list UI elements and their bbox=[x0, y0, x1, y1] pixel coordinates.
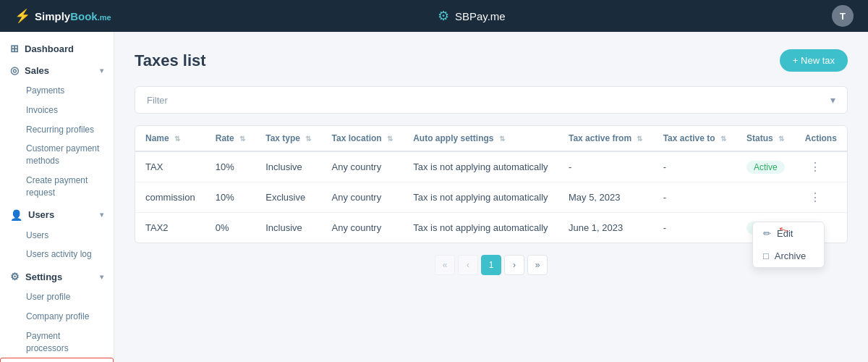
filter-chevron-icon: ▾ bbox=[830, 94, 835, 106]
sort-type-icon[interactable]: ⇅ bbox=[305, 135, 311, 143]
sidebar-sales-label: Sales bbox=[25, 65, 49, 76]
row2-action-menu[interactable]: ⋮ bbox=[805, 190, 825, 205]
cell-active-from: - bbox=[558, 151, 653, 182]
brand-icon: ⚡ bbox=[14, 8, 30, 24]
sort-rate-icon[interactable]: ⇅ bbox=[239, 135, 245, 143]
filter-label: Filter bbox=[147, 95, 168, 106]
pagination: « ‹ 1 › » bbox=[135, 255, 848, 281]
cell-location: Any country bbox=[322, 213, 404, 243]
sidebar-item-dashboard[interactable]: ⊞ Dashboard bbox=[0, 38, 114, 59]
page-title: Taxes list bbox=[135, 51, 206, 70]
filter-bar[interactable]: Filter ▾ bbox=[135, 86, 848, 114]
pagination-current[interactable]: 1 bbox=[481, 255, 501, 275]
pagination-last[interactable]: » bbox=[527, 255, 548, 275]
navbar: ⚡ SimplyBook.me ⚙ SBPay.me T bbox=[0, 0, 868, 32]
user-avatar[interactable]: T bbox=[832, 5, 854, 27]
sidebar-item-invoices[interactable]: Invoices bbox=[0, 101, 114, 120]
sidebar-item-company-profile[interactable]: Company profile bbox=[0, 307, 114, 327]
sidebar-section-users: 👤 Users ▾ Users Users activity log bbox=[0, 204, 114, 265]
table-row: TAX 10% Inclusive Any country Tax is not… bbox=[135, 151, 847, 182]
cell-status bbox=[736, 182, 795, 213]
sidebar-sales-header[interactable]: ◎ Sales ▾ bbox=[0, 59, 114, 81]
sidebar-users-header[interactable]: 👤 Users ▾ bbox=[0, 204, 114, 226]
sort-status-icon[interactable]: ⇅ bbox=[778, 135, 784, 143]
cell-active-to: - bbox=[653, 151, 736, 182]
cell-type: Inclusive bbox=[255, 151, 321, 182]
brand-text: SimplyBook.me bbox=[35, 10, 111, 22]
cell-rate: 0% bbox=[205, 213, 255, 243]
cell-name: commission bbox=[135, 182, 205, 213]
sbpay-icon: ⚙ bbox=[438, 8, 449, 24]
cell-location: Any country bbox=[322, 151, 404, 182]
sidebar: ⊞ Dashboard ◎ Sales ▾ Payments Invoices … bbox=[0, 32, 114, 362]
table-row: TAX2 0% Inclusive Any country Tax is not… bbox=[135, 213, 847, 243]
sidebar-users-label: Users bbox=[28, 209, 54, 220]
taxes-table: Name ⇅ Rate ⇅ Tax type ⇅ Tax location ⇅ … bbox=[135, 125, 848, 243]
col-location: Tax location ⇅ bbox=[322, 126, 404, 151]
cell-type: Exclusive bbox=[255, 182, 321, 213]
cell-rate: 10% bbox=[205, 182, 255, 213]
brand-logo[interactable]: ⚡ SimplyBook.me bbox=[14, 8, 111, 24]
page-header: Taxes list + New tax bbox=[135, 49, 848, 72]
sidebar-item-users[interactable]: Users bbox=[0, 226, 114, 245]
sidebar-item-user-profile[interactable]: User profile bbox=[0, 287, 114, 307]
users-chevron-icon: ▾ bbox=[100, 211, 103, 219]
sidebar-item-users-activity-log[interactable]: Users activity log bbox=[0, 245, 114, 264]
cell-active-from: May 5, 2023 bbox=[558, 182, 653, 213]
center-logo: ⚙ SBPay.me bbox=[438, 8, 506, 24]
sidebar-section-settings: ⚙ Settings ▾ User profile Company profil… bbox=[0, 266, 114, 362]
sort-name-icon[interactable]: ⇅ bbox=[174, 135, 180, 143]
cell-location: Any country bbox=[322, 182, 404, 213]
sort-to-icon[interactable]: ⇅ bbox=[720, 135, 726, 143]
dashboard-icon: ⊞ bbox=[10, 43, 19, 54]
col-name: Name ⇅ bbox=[135, 126, 205, 151]
col-active-to: Tax active to ⇅ bbox=[653, 126, 736, 151]
sort-from-icon[interactable]: ⇅ bbox=[637, 135, 642, 143]
sidebar-section-sales: ◎ Sales ▾ Payments Invoices Recurring pr… bbox=[0, 59, 114, 203]
archive-label: Archive bbox=[775, 251, 806, 261]
pagination-first[interactable]: « bbox=[435, 255, 455, 275]
new-tax-button[interactable]: + New tax bbox=[780, 49, 848, 72]
sidebar-item-customer-payment-methods[interactable]: Customer payment methods bbox=[0, 139, 114, 171]
sidebar-item-create-payment-request[interactable]: Create payment request bbox=[0, 171, 114, 203]
sidebar-dashboard-label: Dashboard bbox=[25, 43, 74, 54]
pagination-prev[interactable]: ‹ bbox=[458, 255, 478, 275]
cell-actions[interactable]: ⋮ bbox=[795, 182, 847, 213]
sidebar-item-taxes[interactable]: Taxes bbox=[0, 358, 114, 362]
table-header-row: Name ⇅ Rate ⇅ Tax type ⇅ Tax location ⇅ … bbox=[135, 126, 847, 151]
sort-auto-icon[interactable]: ⇅ bbox=[499, 135, 505, 143]
settings-icon: ⚙ bbox=[10, 271, 20, 282]
sidebar-settings-label: Settings bbox=[25, 272, 62, 282]
sort-location-icon[interactable]: ⇅ bbox=[387, 135, 393, 143]
cell-actions[interactable]: ⋮ bbox=[795, 151, 847, 182]
col-rate: Rate ⇅ bbox=[205, 126, 255, 151]
sidebar-item-payment-processors[interactable]: Payment processors bbox=[0, 327, 114, 358]
sidebar-item-recurring-profiles[interactable]: Recurring profiles bbox=[0, 120, 114, 140]
main-content: Taxes list + New tax Filter ▾ Name ⇅ Rat… bbox=[114, 32, 868, 362]
cell-status: Active bbox=[736, 151, 795, 182]
col-type: Tax type ⇅ bbox=[255, 126, 321, 151]
edit-icon: ✏ bbox=[763, 228, 771, 239]
settings-chevron-icon: ▾ bbox=[100, 273, 103, 281]
cell-name: TAX2 bbox=[135, 213, 205, 243]
sbpay-label: SBPay.me bbox=[455, 10, 506, 22]
sales-chevron-icon: ▾ bbox=[100, 67, 103, 75]
col-auto-apply: Auto apply settings ⇅ bbox=[403, 126, 558, 151]
cell-active-to: - bbox=[653, 182, 736, 213]
cell-type: Inclusive bbox=[255, 213, 321, 243]
sidebar-item-payments[interactable]: Payments bbox=[0, 81, 114, 101]
cell-active-to: - bbox=[653, 213, 736, 243]
cell-active-from: June 1, 2023 bbox=[558, 213, 653, 243]
status-badge: Active bbox=[746, 161, 785, 174]
archive-icon: □ bbox=[763, 251, 769, 261]
cell-rate: 10% bbox=[205, 151, 255, 182]
row1-action-menu[interactable]: ⋮ bbox=[805, 159, 825, 174]
cell-name: TAX bbox=[135, 151, 205, 182]
col-status: Status ⇅ bbox=[736, 126, 795, 151]
cell-auto-apply: Tax is not applying automatically bbox=[403, 151, 558, 182]
pagination-next[interactable]: › bbox=[504, 255, 524, 275]
sidebar-settings-header[interactable]: ⚙ Settings ▾ bbox=[0, 266, 114, 287]
col-active-from: Tax active from ⇅ bbox=[558, 126, 653, 151]
table-row: commission 10% Exclusive Any country Tax… bbox=[135, 182, 847, 213]
dropdown-archive-item[interactable]: □ Archive bbox=[753, 245, 824, 267]
